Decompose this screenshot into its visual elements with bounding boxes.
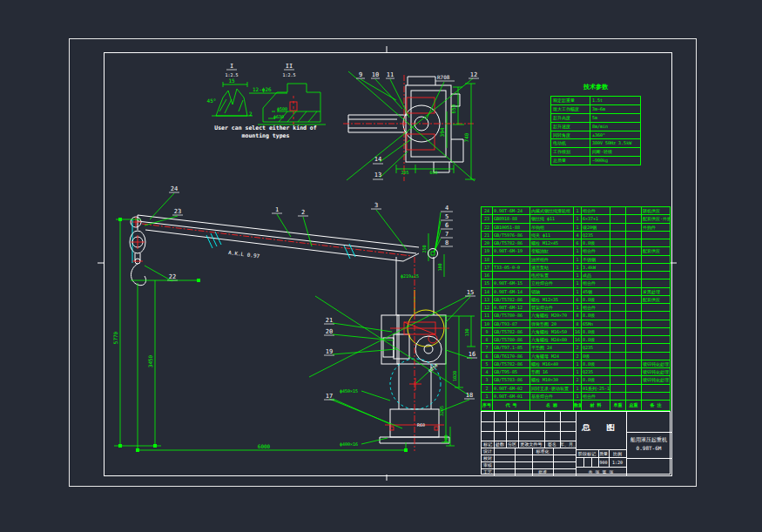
bom-row: 7GB/T97.1-85平垫圈 242Q235 [482, 344, 670, 352]
bom-cell: 内藏式钢丝绳滑轮组 [530, 207, 574, 214]
part-label: 15 [467, 289, 474, 296]
tb-scale-label: 比例 [609, 450, 626, 457]
bom-cell: 6 [574, 296, 582, 303]
spec-param-value: 5m [590, 114, 640, 122]
bom-row: 21GB/T5976-86绳夹 ϕ114Q235 [482, 232, 670, 239]
bom-row: 23GB8918-88钢丝绳 ϕ1116×37+1配套供应·外购 [482, 215, 670, 223]
bom-cell: 螺栓 M12×35 [530, 296, 574, 303]
bom-cell: 1 [574, 279, 582, 286]
bom-row: 17T33-05-0-0液压泵站13.4kW [482, 264, 670, 272]
part-label: 16 [469, 351, 475, 358]
dim-label: R708 [437, 74, 450, 80]
part-label: 20 [326, 328, 333, 335]
tb-drawing-title: 总 图 [576, 424, 626, 431]
bom-cell: 2 [574, 344, 582, 351]
bom-row: 6GB/T6170-86六角螺母 M2428级 [482, 353, 670, 360]
bom-row: 4GB/T95-85垫圈 161Q235镀锌钝化处理 [482, 368, 670, 376]
bom-cell: GB/T5780-86 [493, 336, 530, 343]
bom-cell: 六角螺栓 M24×80 [530, 336, 574, 343]
bom-cell: 1 [574, 304, 582, 311]
bom-cell: GB/T5782-86 [493, 239, 530, 246]
spec-param-name: 最大工作幅度 [551, 105, 590, 113]
dim-label: 12-ϕ26 [253, 86, 272, 93]
part-label: 1 [275, 206, 279, 213]
spec-row: 起升速度8m/min [551, 122, 640, 131]
bom-header-cell: 数量 [574, 401, 582, 410]
bom-cell [626, 224, 642, 231]
tb-rev-header: 标记 [482, 441, 494, 448]
dim-label: ϕ219±15 [401, 273, 419, 279]
dim-label: 180 [437, 263, 442, 271]
part-label: 2 [301, 209, 305, 216]
bom-cell [642, 344, 670, 351]
bom-cell: 11 [482, 312, 493, 319]
spec-row: 起升高度5m [551, 113, 640, 122]
spec-param-name: 回转角度 [551, 131, 590, 139]
tb-line [482, 455, 576, 455]
svg-text:7: 7 [445, 231, 448, 238]
bom-cell [610, 393, 626, 400]
part-label: 18 [466, 392, 473, 399]
tb-line [482, 431, 576, 432]
bom-cell: 13 [482, 296, 493, 303]
bom-cell [642, 336, 670, 343]
dim-label: ϕ450×15 [340, 388, 358, 394]
bom-cell: 外购件 [642, 224, 670, 231]
bom-cell [642, 353, 670, 360]
bom-cell: 电控装置 [530, 272, 574, 279]
cad-drawing-canvas: I 1:2.5 15 45° 2 II 1:2.5 12-ϕ26 ϕ500 ϕ6… [0, 0, 762, 532]
bom-cell [610, 353, 626, 360]
bom-cell: 锻20钢 [582, 224, 610, 231]
dim-label: 3450 [147, 354, 153, 367]
spec-param-value: 3m~6m [590, 105, 640, 113]
bom-cell: 2 [574, 353, 582, 360]
tb-staff: 校对 [482, 455, 494, 461]
bom-header-cell: 材 料 [582, 401, 610, 410]
bom-cell: 2 [482, 385, 493, 392]
bom-cell [493, 272, 530, 279]
tb-line [482, 448, 576, 448]
bom-header-row: 序号代 号名 称数量材 料单重总重备 注 [482, 401, 670, 410]
boom-marking: A.K.L 0.97 [228, 249, 260, 259]
bom-cell: 1 [574, 385, 582, 392]
bom-row: 20GB/T5782-86螺栓 M12×4568.8级 [482, 239, 670, 247]
dim-label: 130 [464, 328, 469, 336]
bom-cell: 1 [482, 393, 493, 400]
tb-line [626, 432, 671, 433]
bom-cell: 4 [574, 232, 582, 239]
mounting-note-line1: User can select either kind of [196, 125, 335, 132]
tb-stage-label: 阶段标记 [576, 450, 598, 457]
tb-product-model: 0.98T-6M [626, 445, 671, 452]
bom-cell [626, 215, 642, 222]
mounting-note: User can select either kind of mounting … [196, 125, 335, 140]
bom-cell: GB/T5780-86 [493, 312, 530, 319]
bom-cell: GB/T5782-86 [493, 328, 530, 335]
bom-cell [626, 353, 642, 360]
part-label: 12 [470, 71, 477, 78]
spec-param-value: ±360° [590, 131, 640, 139]
tb-mass-value: 900 [598, 459, 609, 466]
bom-cell [610, 264, 626, 271]
bom-cell: 吊钩组 [530, 224, 574, 231]
bom-cell: 6×37+1 [582, 215, 610, 222]
bom-cell [610, 247, 626, 254]
detail-2-scale: 1:2.5 [282, 72, 295, 77]
bom-cell [610, 368, 626, 375]
spec-row: 额定起重量1.5t [551, 97, 640, 104]
bom-row: 3GB/T5783-86螺栓 M10×3028.8级镀锌钝化处理 [482, 376, 670, 384]
bom-cell [610, 296, 626, 303]
bom-cell [610, 256, 626, 263]
bom-cell: 垫圈 16 [530, 368, 574, 375]
bom-cell [626, 232, 642, 239]
spec-table: 额定起重量1.5t最大工作幅度3m~6m起升高度5m起升速度8m/min回转角度… [550, 96, 641, 165]
spec-param-value: ~900kg [590, 157, 640, 165]
bom-cell: 镀锌钝化处理 [642, 368, 670, 375]
tb-staff: 工艺 [482, 468, 494, 475]
bom-cell: 8 [574, 312, 582, 319]
bom-cell: 变幅油缸 [530, 247, 574, 254]
dim-label: 200 [443, 434, 448, 442]
bom-cell: GB/T5783-86 [493, 376, 530, 383]
bom-cell [610, 376, 626, 383]
dim-label: ϕ500 [277, 106, 287, 112]
bom-row: 11GB/T5780-86六角螺栓 M20×7088.8级 [482, 312, 670, 320]
